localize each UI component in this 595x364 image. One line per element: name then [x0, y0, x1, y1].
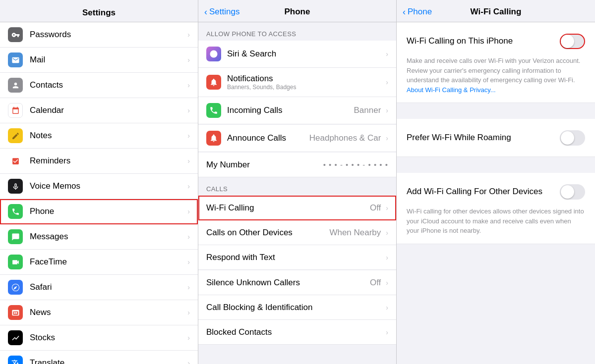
right-header: ‹ Phone Wi-Fi Calling: [397, 0, 595, 22]
incoming-calls-icon: [206, 103, 221, 118]
sidebar-item-stocks[interactable]: Stocks›: [0, 325, 198, 351]
wifi-calling-privacy-link[interactable]: About Wi-Fi Calling & Privacy...: [407, 86, 496, 94]
sidebar-item-calendar[interactable]: Calendar›: [0, 98, 198, 123]
middle-panel: ‹ Settings Phone ALLOW PHONE TO ACCESS S…: [198, 0, 397, 364]
announce-calls-value: Headphones & Car: [309, 133, 381, 143]
wifi-calling-description: Make and receive calls over Wi-Fi with y…: [407, 56, 585, 95]
my-number-label: My Number: [206, 160, 323, 170]
wifi-calling-chevron: ›: [386, 204, 388, 212]
translate-chevron: ›: [187, 359, 190, 364]
my-number-value: • • • - • • • - • • • •: [323, 160, 388, 169]
facetime-label: FaceTime: [30, 257, 185, 267]
notes-icon: [8, 128, 23, 143]
calendar-chevron: ›: [187, 106, 190, 114]
bottom-list: Silence Unknown Callers Off › Call Block…: [198, 270, 396, 345]
announce-calls-label: Announce Calls: [227, 133, 309, 143]
announce-list: Announce Calls Headphones & Car ›: [198, 125, 396, 152]
call-blocking-label: Call Blocking & Identification: [206, 303, 384, 312]
wifi-calling-value: Off: [370, 203, 381, 213]
blocked-contacts-item[interactable]: Blocked Contacts ›: [198, 320, 396, 345]
sidebar-item-safari[interactable]: Safari›: [0, 275, 198, 300]
wifi-calling-toggle[interactable]: [560, 34, 585, 49]
add-wifi-row: Add Wi-Fi Calling For Other Devices: [407, 181, 585, 203]
news-label: News: [30, 308, 185, 317]
right-gap-1: [397, 103, 595, 119]
add-wifi-toggle-thumb: [561, 185, 574, 199]
right-back-button[interactable]: ‹ Phone: [403, 7, 432, 17]
mail-label: Mail: [30, 55, 185, 65]
siri-search-label: Siri & Search: [227, 49, 384, 59]
prefer-wifi-section: Prefer Wi-Fi While Roaming: [397, 119, 595, 157]
wifi-calling-label: Wi-Fi Calling: [206, 203, 370, 213]
add-wifi-toggle[interactable]: [560, 184, 585, 200]
announce-calls-item[interactable]: Announce Calls Headphones & Car ›: [198, 125, 396, 152]
respond-text-chevron: ›: [386, 254, 388, 261]
call-blocking-item[interactable]: Call Blocking & Identification ›: [198, 295, 396, 320]
calls-section-label: CALLS: [198, 177, 396, 196]
calls-section: CALLS Wi-Fi Calling Off › Calls on Other…: [198, 177, 396, 270]
sidebar-item-passwords[interactable]: Passwords›: [0, 22, 198, 48]
left-panel: Settings Passwords›Mail›Contacts›Calenda…: [0, 0, 198, 364]
prefer-wifi-toggle[interactable]: [560, 130, 585, 146]
incoming-calls-value: Banner: [354, 105, 381, 115]
silence-unknown-item[interactable]: Silence Unknown Callers Off ›: [198, 270, 396, 295]
calendar-label: Calendar: [30, 105, 185, 115]
translate-label: Translate: [30, 358, 185, 364]
notifications-icon: [206, 75, 221, 90]
sidebar-item-contacts[interactable]: Contacts›: [0, 73, 198, 98]
calls-other-devices-chevron: ›: [386, 229, 388, 237]
sidebar-item-phone[interactable]: Phone›: [0, 199, 198, 224]
silence-unknown-label: Silence Unknown Callers: [206, 278, 370, 288]
back-chevron-icon: ‹: [204, 7, 207, 17]
wifi-calling-item[interactable]: Wi-Fi Calling Off ›: [198, 196, 396, 220]
announce-calls-chevron: ›: [386, 134, 388, 142]
right-back-label: Phone: [408, 7, 432, 17]
incoming-calls-item[interactable]: Incoming Calls Banner ›: [198, 97, 396, 124]
notes-chevron: ›: [187, 132, 190, 140]
messages-icon: [8, 229, 23, 244]
sidebar-item-facetime[interactable]: FaceTime›: [0, 250, 198, 275]
prefer-wifi-toggle-thumb: [561, 131, 574, 145]
contacts-chevron: ›: [187, 81, 190, 89]
news-chevron: ›: [187, 309, 190, 316]
sidebar-item-messages[interactable]: Messages›: [0, 224, 198, 250]
stocks-icon: [8, 330, 23, 345]
allow-phone-list: Siri & Search › Notifications Banners, S…: [198, 41, 396, 124]
stocks-chevron: ›: [187, 334, 190, 342]
prefer-wifi-label: Prefer Wi-Fi While Roaming: [407, 133, 560, 143]
voice-memos-icon: [8, 179, 23, 194]
voice-memos-label: Voice Memos: [30, 181, 185, 191]
sidebar-item-translate[interactable]: Translate›: [0, 351, 198, 364]
middle-scroll: ALLOW PHONE TO ACCESS Siri & Search ›: [198, 22, 396, 364]
prefer-wifi-row: Prefer Wi-Fi While Roaming: [407, 127, 585, 149]
facetime-chevron: ›: [187, 258, 190, 266]
settings-list: Passwords›Mail›Contacts›Calendar›Notes›R…: [0, 22, 198, 364]
stocks-label: Stocks: [30, 333, 185, 343]
calls-other-devices-item[interactable]: Calls on Other Devices When Nearby ›: [198, 220, 396, 245]
middle-back-button[interactable]: ‹ Settings: [204, 7, 239, 17]
sidebar-item-notes[interactable]: Notes›: [0, 123, 198, 149]
incoming-calls-label: Incoming Calls: [227, 105, 354, 115]
respond-text-item[interactable]: Respond with Text ›: [198, 245, 396, 270]
left-panel-title: Settings: [82, 8, 116, 17]
sidebar-item-news[interactable]: News›: [0, 300, 198, 325]
right-scroll: Wi-Fi Calling on This iPhone Make and re…: [397, 22, 595, 364]
sidebar-item-reminders[interactable]: Reminders›: [0, 149, 198, 174]
wifi-calling-row: Wi-Fi Calling on This iPhone: [407, 30, 585, 52]
voice-memos-chevron: ›: [187, 182, 190, 190]
calls-other-devices-value: When Nearby: [329, 228, 381, 238]
blocked-contacts-chevron: ›: [386, 328, 388, 336]
calls-list: Wi-Fi Calling Off › Calls on Other Devic…: [198, 196, 396, 270]
sidebar-item-voice-memos[interactable]: Voice Memos›: [0, 174, 198, 199]
sidebar-item-mail[interactable]: Mail›: [0, 48, 198, 73]
left-panel-header: Settings: [0, 0, 198, 22]
messages-label: Messages: [30, 232, 185, 242]
phone-icon: [8, 204, 23, 219]
right-panel: ‹ Phone Wi-Fi Calling Wi-Fi Calling on T…: [397, 0, 595, 364]
siri-search-item[interactable]: Siri & Search ›: [198, 41, 396, 68]
right-back-chevron-icon: ‹: [403, 7, 406, 17]
notifications-chevron: ›: [386, 78, 388, 86]
wifi-calling-on-iphone-label: Wi-Fi Calling on This iPhone: [407, 36, 560, 46]
notifications-item[interactable]: Notifications Banners, Sounds, Badges ›: [198, 68, 396, 97]
my-number-item: My Number • • • - • • • - • • • •: [198, 153, 396, 177]
